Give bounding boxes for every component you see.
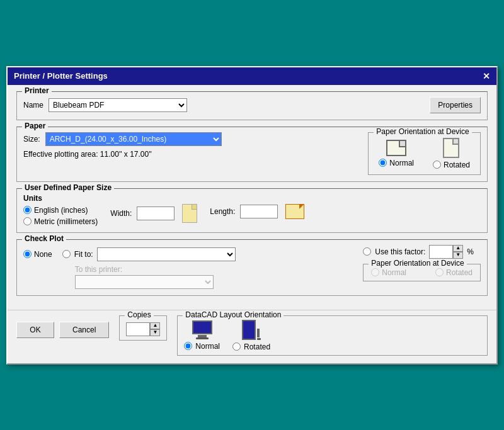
check-orientation-group: Paper Orientation at Device Normal Rotat…	[363, 264, 481, 281]
printer-name-select[interactable]: Bluebeam PDF	[49, 98, 187, 112]
check-none-label: None	[34, 250, 52, 259]
copies-input[interactable]: 1	[126, 322, 150, 336]
layout-normal-radio[interactable]	[184, 342, 192, 350]
width-label: Width:	[110, 209, 132, 218]
paper-rotated-option: Rotated	[433, 138, 470, 169]
paper-section-label: Paper	[22, 122, 48, 130]
copies-down-btn[interactable]: ▼	[150, 329, 160, 336]
bottom-bar: OK Cancel Copies 1 ▲ ▼ DataCAD Layout Or…	[8, 310, 496, 363]
factor-up-btn[interactable]: ▲	[453, 245, 463, 252]
close-button[interactable]: ✕	[483, 71, 490, 81]
paper-normal-icon	[386, 140, 406, 156]
fit-to-select[interactable]	[97, 247, 236, 261]
check-plot-label: Check Plot	[22, 234, 66, 243]
width-doc-icon	[182, 204, 197, 223]
paper-rotated-icon	[443, 138, 459, 158]
check-rotated-label: Rotated	[446, 268, 472, 277]
user-defined-section: User Defined Paper Size Units English (i…	[16, 188, 488, 233]
user-defined-label: User Defined Paper Size	[22, 183, 114, 192]
printer-section: Printer Name Bluebeam PDF Properties	[16, 91, 488, 120]
layout-rotated-label: Rotated	[244, 342, 270, 351]
monitor-stand-normal	[198, 335, 207, 337]
copies-box: Copies 1 ▲ ▼	[119, 315, 167, 341]
factor-down-btn[interactable]: ▼	[453, 252, 463, 259]
fit-to-label: Fit to:	[74, 250, 93, 259]
check-normal-label: Normal	[382, 268, 406, 277]
paper-normal-radio[interactable]	[379, 159, 387, 167]
units-group-label: Units	[23, 194, 98, 203]
paper-normal-option: Normal	[379, 140, 414, 167]
percent-label: %	[467, 247, 474, 256]
paper-normal-label: Normal	[389, 159, 414, 167]
printer-name-label: Name	[23, 101, 43, 110]
monitor-rotated-icon	[242, 320, 261, 340]
title-bar: Printer / Plotter Settings ✕	[8, 67, 496, 85]
monitor-screen-normal	[192, 320, 212, 334]
fit-to-radio[interactable]	[62, 250, 71, 258]
paper-rotated-label: Rotated	[444, 161, 470, 169]
check-plot-section: Check Plot None Fit to:	[16, 239, 488, 296]
layout-rotated-option: Rotated	[232, 320, 270, 351]
use-factor-label: Use this factor:	[375, 247, 425, 256]
check-normal-radio[interactable]	[371, 268, 379, 276]
dialog-window: Printer / Plotter Settings ✕ Printer Nam…	[6, 66, 498, 365]
layout-orientation-box: DataCAD Layout Orientation Normal	[177, 315, 488, 356]
paper-size-label: Size:	[23, 135, 40, 144]
cancel-button[interactable]: Cancel	[59, 322, 109, 338]
dialog-title: Printer / Plotter Settings	[14, 71, 108, 81]
paper-orientation-group: Paper Orientation at Device Normal Rotat…	[368, 132, 481, 175]
factor-input[interactable]: 100	[429, 245, 453, 259]
width-input[interactable]: 0.00	[137, 207, 175, 220]
paper-orientation-label: Paper Orientation at Device	[374, 127, 471, 136]
printer-section-label: Printer	[22, 86, 52, 95]
effective-area-text: Effective plotting area: 11.00'' x 17.00…	[23, 150, 355, 159]
metric-radio[interactable]	[23, 217, 32, 225]
copies-up-btn[interactable]: ▲	[150, 322, 160, 329]
check-rotated-radio[interactable]	[435, 268, 444, 276]
layout-orientation-label: DataCAD Layout Orientation	[183, 310, 284, 319]
check-none-radio[interactable]	[23, 250, 32, 258]
use-factor-radio[interactable]	[363, 247, 371, 256]
english-radio[interactable]	[23, 206, 32, 214]
layout-rotated-radio[interactable]	[232, 342, 241, 351]
metric-label: Metric (millimeters)	[34, 217, 98, 226]
ok-button[interactable]: OK	[16, 322, 54, 338]
monitor-base-normal	[196, 337, 209, 339]
length-doc-icon	[285, 204, 304, 219]
length-label: Length:	[210, 207, 235, 216]
copies-label: Copies	[125, 310, 153, 319]
paper-section: Paper Size: ARCH_D_(24.00_x_36.00_Inches…	[16, 127, 488, 182]
properties-button[interactable]: Properties	[430, 97, 481, 113]
paper-rotated-radio[interactable]	[433, 161, 441, 169]
layout-normal-label: Normal	[195, 342, 220, 351]
check-orientation-label: Paper Orientation at Device	[369, 259, 466, 268]
layout-normal-option: Normal	[184, 320, 220, 351]
length-input[interactable]: 0.00	[240, 205, 278, 218]
check-none-option: None	[23, 245, 52, 259]
english-label: English (inches)	[34, 206, 88, 215]
monitor-normal-icon	[192, 320, 212, 339]
to-printer-label: To this printer:	[75, 265, 353, 274]
paper-size-select[interactable]: ARCH_D_(24.00_x_36.00_Inches)	[45, 132, 222, 146]
to-printer-select[interactable]	[75, 275, 214, 289]
